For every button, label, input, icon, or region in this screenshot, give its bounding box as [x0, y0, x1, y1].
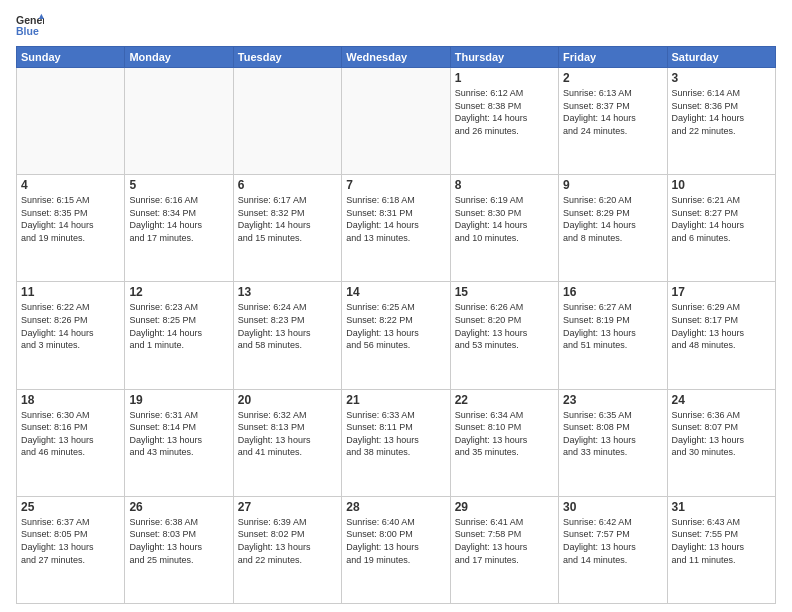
day-info: Sunrise: 6:39 AM Sunset: 8:02 PM Dayligh… [238, 516, 337, 566]
calendar-cell: 15Sunrise: 6:26 AM Sunset: 8:20 PM Dayli… [450, 282, 558, 389]
day-number: 9 [563, 178, 662, 192]
day-info: Sunrise: 6:12 AM Sunset: 8:38 PM Dayligh… [455, 87, 554, 137]
calendar-cell: 17Sunrise: 6:29 AM Sunset: 8:17 PM Dayli… [667, 282, 775, 389]
calendar-cell: 5Sunrise: 6:16 AM Sunset: 8:34 PM Daylig… [125, 175, 233, 282]
day-info: Sunrise: 6:20 AM Sunset: 8:29 PM Dayligh… [563, 194, 662, 244]
calendar-cell: 28Sunrise: 6:40 AM Sunset: 8:00 PM Dayli… [342, 496, 450, 603]
day-info: Sunrise: 6:26 AM Sunset: 8:20 PM Dayligh… [455, 301, 554, 351]
weekday-header-thursday: Thursday [450, 47, 558, 68]
day-number: 16 [563, 285, 662, 299]
day-info: Sunrise: 6:19 AM Sunset: 8:30 PM Dayligh… [455, 194, 554, 244]
day-number: 2 [563, 71, 662, 85]
day-number: 30 [563, 500, 662, 514]
calendar-cell [342, 68, 450, 175]
day-info: Sunrise: 6:38 AM Sunset: 8:03 PM Dayligh… [129, 516, 228, 566]
day-info: Sunrise: 6:37 AM Sunset: 8:05 PM Dayligh… [21, 516, 120, 566]
day-info: Sunrise: 6:36 AM Sunset: 8:07 PM Dayligh… [672, 409, 771, 459]
logo: General Blue [16, 12, 44, 40]
day-number: 4 [21, 178, 120, 192]
day-info: Sunrise: 6:14 AM Sunset: 8:36 PM Dayligh… [672, 87, 771, 137]
day-number: 11 [21, 285, 120, 299]
calendar-cell: 9Sunrise: 6:20 AM Sunset: 8:29 PM Daylig… [559, 175, 667, 282]
calendar-cell: 12Sunrise: 6:23 AM Sunset: 8:25 PM Dayli… [125, 282, 233, 389]
day-number: 6 [238, 178, 337, 192]
header: General Blue [16, 12, 776, 40]
calendar-cell [125, 68, 233, 175]
day-number: 15 [455, 285, 554, 299]
logo-icon: General Blue [16, 12, 44, 40]
calendar-cell: 14Sunrise: 6:25 AM Sunset: 8:22 PM Dayli… [342, 282, 450, 389]
day-number: 7 [346, 178, 445, 192]
day-number: 14 [346, 285, 445, 299]
day-number: 29 [455, 500, 554, 514]
week-row-4: 18Sunrise: 6:30 AM Sunset: 8:16 PM Dayli… [17, 389, 776, 496]
calendar-cell: 22Sunrise: 6:34 AM Sunset: 8:10 PM Dayli… [450, 389, 558, 496]
day-info: Sunrise: 6:21 AM Sunset: 8:27 PM Dayligh… [672, 194, 771, 244]
weekday-header-saturday: Saturday [667, 47, 775, 68]
day-number: 21 [346, 393, 445, 407]
day-info: Sunrise: 6:41 AM Sunset: 7:58 PM Dayligh… [455, 516, 554, 566]
day-number: 20 [238, 393, 337, 407]
day-number: 27 [238, 500, 337, 514]
day-info: Sunrise: 6:27 AM Sunset: 8:19 PM Dayligh… [563, 301, 662, 351]
calendar-cell: 6Sunrise: 6:17 AM Sunset: 8:32 PM Daylig… [233, 175, 341, 282]
day-number: 19 [129, 393, 228, 407]
calendar-cell: 13Sunrise: 6:24 AM Sunset: 8:23 PM Dayli… [233, 282, 341, 389]
svg-text:Blue: Blue [16, 25, 39, 37]
day-number: 31 [672, 500, 771, 514]
calendar-cell [17, 68, 125, 175]
calendar-cell: 24Sunrise: 6:36 AM Sunset: 8:07 PM Dayli… [667, 389, 775, 496]
day-number: 23 [563, 393, 662, 407]
day-number: 3 [672, 71, 771, 85]
calendar-cell: 18Sunrise: 6:30 AM Sunset: 8:16 PM Dayli… [17, 389, 125, 496]
day-info: Sunrise: 6:30 AM Sunset: 8:16 PM Dayligh… [21, 409, 120, 459]
week-row-3: 11Sunrise: 6:22 AM Sunset: 8:26 PM Dayli… [17, 282, 776, 389]
calendar-cell: 30Sunrise: 6:42 AM Sunset: 7:57 PM Dayli… [559, 496, 667, 603]
weekday-header-row: SundayMondayTuesdayWednesdayThursdayFrid… [17, 47, 776, 68]
weekday-header-friday: Friday [559, 47, 667, 68]
day-info: Sunrise: 6:18 AM Sunset: 8:31 PM Dayligh… [346, 194, 445, 244]
calendar-cell: 25Sunrise: 6:37 AM Sunset: 8:05 PM Dayli… [17, 496, 125, 603]
day-info: Sunrise: 6:23 AM Sunset: 8:25 PM Dayligh… [129, 301, 228, 351]
calendar-cell: 8Sunrise: 6:19 AM Sunset: 8:30 PM Daylig… [450, 175, 558, 282]
day-info: Sunrise: 6:31 AM Sunset: 8:14 PM Dayligh… [129, 409, 228, 459]
day-number: 10 [672, 178, 771, 192]
calendar-cell: 7Sunrise: 6:18 AM Sunset: 8:31 PM Daylig… [342, 175, 450, 282]
calendar-cell: 31Sunrise: 6:43 AM Sunset: 7:55 PM Dayli… [667, 496, 775, 603]
day-info: Sunrise: 6:40 AM Sunset: 8:00 PM Dayligh… [346, 516, 445, 566]
day-info: Sunrise: 6:25 AM Sunset: 8:22 PM Dayligh… [346, 301, 445, 351]
day-number: 22 [455, 393, 554, 407]
day-info: Sunrise: 6:22 AM Sunset: 8:26 PM Dayligh… [21, 301, 120, 351]
calendar-cell: 20Sunrise: 6:32 AM Sunset: 8:13 PM Dayli… [233, 389, 341, 496]
calendar-cell: 2Sunrise: 6:13 AM Sunset: 8:37 PM Daylig… [559, 68, 667, 175]
calendar-cell: 19Sunrise: 6:31 AM Sunset: 8:14 PM Dayli… [125, 389, 233, 496]
calendar-cell: 4Sunrise: 6:15 AM Sunset: 8:35 PM Daylig… [17, 175, 125, 282]
calendar-cell [233, 68, 341, 175]
calendar-cell: 27Sunrise: 6:39 AM Sunset: 8:02 PM Dayli… [233, 496, 341, 603]
day-info: Sunrise: 6:29 AM Sunset: 8:17 PM Dayligh… [672, 301, 771, 351]
day-number: 1 [455, 71, 554, 85]
day-number: 25 [21, 500, 120, 514]
day-info: Sunrise: 6:24 AM Sunset: 8:23 PM Dayligh… [238, 301, 337, 351]
calendar-table: SundayMondayTuesdayWednesdayThursdayFrid… [16, 46, 776, 604]
day-info: Sunrise: 6:32 AM Sunset: 8:13 PM Dayligh… [238, 409, 337, 459]
calendar-cell: 16Sunrise: 6:27 AM Sunset: 8:19 PM Dayli… [559, 282, 667, 389]
day-info: Sunrise: 6:35 AM Sunset: 8:08 PM Dayligh… [563, 409, 662, 459]
calendar-cell: 3Sunrise: 6:14 AM Sunset: 8:36 PM Daylig… [667, 68, 775, 175]
calendar-cell: 1Sunrise: 6:12 AM Sunset: 8:38 PM Daylig… [450, 68, 558, 175]
day-info: Sunrise: 6:42 AM Sunset: 7:57 PM Dayligh… [563, 516, 662, 566]
day-info: Sunrise: 6:16 AM Sunset: 8:34 PM Dayligh… [129, 194, 228, 244]
week-row-5: 25Sunrise: 6:37 AM Sunset: 8:05 PM Dayli… [17, 496, 776, 603]
weekday-header-tuesday: Tuesday [233, 47, 341, 68]
day-number: 28 [346, 500, 445, 514]
day-info: Sunrise: 6:43 AM Sunset: 7:55 PM Dayligh… [672, 516, 771, 566]
calendar-cell: 11Sunrise: 6:22 AM Sunset: 8:26 PM Dayli… [17, 282, 125, 389]
calendar-cell: 26Sunrise: 6:38 AM Sunset: 8:03 PM Dayli… [125, 496, 233, 603]
day-number: 12 [129, 285, 228, 299]
day-number: 8 [455, 178, 554, 192]
day-info: Sunrise: 6:13 AM Sunset: 8:37 PM Dayligh… [563, 87, 662, 137]
day-number: 24 [672, 393, 771, 407]
calendar-cell: 29Sunrise: 6:41 AM Sunset: 7:58 PM Dayli… [450, 496, 558, 603]
weekday-header-wednesday: Wednesday [342, 47, 450, 68]
day-number: 17 [672, 285, 771, 299]
